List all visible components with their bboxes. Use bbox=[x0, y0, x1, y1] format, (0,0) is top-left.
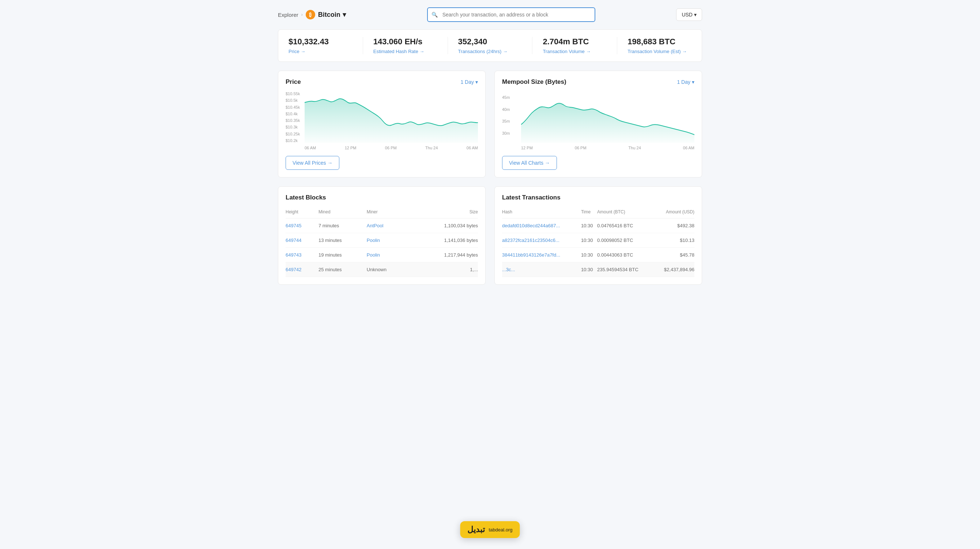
stat-tx-volume-label[interactable]: Transaction Volume → bbox=[542, 49, 607, 54]
price-chart-card: Price 1 Day ▾ $10.55k $10.5k $10.45k $10… bbox=[278, 71, 485, 177]
tx-amount-usd-0: $492.38 bbox=[653, 219, 694, 233]
tx-time-1: 10:30 bbox=[581, 233, 597, 248]
search-icon: 🔍 bbox=[431, 12, 438, 18]
latest-transactions-card: Latest Transactions Hash Time Amount (BT… bbox=[495, 186, 702, 285]
currency-dropdown-icon: ▾ bbox=[694, 12, 697, 18]
price-chart-x-labels: 06 AM 12 PM 06 PM Thu 24 06 AM bbox=[286, 146, 478, 150]
price-chart-period-btn[interactable]: 1 Day ▾ bbox=[460, 79, 478, 85]
block-height-649745[interactable]: 649745 bbox=[286, 223, 301, 228]
tx-hash-3[interactable]: ...3c... bbox=[502, 267, 515, 272]
bitcoin-dropdown-icon: ▾ bbox=[343, 11, 346, 19]
tx-hash-1[interactable]: a82372fca2161c23504c6... bbox=[502, 238, 560, 243]
breadcrumb: Explorer › ₿ Bitcoin ▾ bbox=[278, 10, 346, 19]
bitcoin-dropdown-btn[interactable]: Bitcoin ▾ bbox=[318, 11, 346, 19]
block-miner-649744[interactable]: Poolin bbox=[367, 238, 380, 243]
table-row: dedafd010d8ecd244a687... 10:30 0.0476541… bbox=[502, 219, 694, 233]
view-all-charts-btn[interactable]: View All Charts → bbox=[502, 156, 557, 170]
block-size-649743: 1,217,944 bytes bbox=[408, 248, 478, 262]
col-hash: Hash bbox=[502, 207, 581, 219]
tx-amount-btc-3: 235.94594534 BTC bbox=[597, 262, 653, 277]
mempool-chart-dropdown-icon: ▾ bbox=[692, 79, 694, 85]
mempool-chart-period-btn[interactable]: 1 Day ▾ bbox=[677, 79, 694, 85]
block-height-649742[interactable]: 649742 bbox=[286, 267, 301, 272]
block-miner-649745[interactable]: AntPool bbox=[367, 223, 383, 228]
block-height-649743[interactable]: 649743 bbox=[286, 252, 301, 258]
stat-transactions-label[interactable]: Transactions (24hrs) → bbox=[458, 49, 522, 54]
col-amount-btc: Amount (BTC) bbox=[597, 207, 653, 219]
mempool-chart-y-labels: 45m 40m 35m 30m bbox=[502, 91, 512, 143]
price-chart-dropdown-icon: ▾ bbox=[476, 79, 478, 85]
col-mined: Mined bbox=[318, 207, 367, 219]
table-row: 649745 7 minutes AntPool 1,100,034 bytes bbox=[286, 219, 478, 233]
mempool-chart-card: Mempool Size (Bytes) 1 Day ▾ 45m 40m 35m… bbox=[495, 71, 702, 177]
stat-transactions-value: 352,340 bbox=[458, 37, 522, 46]
stat-transactions: 352,340 Transactions (24hrs) → bbox=[448, 37, 533, 54]
mempool-chart-area: 45m 40m 35m 30m bbox=[502, 91, 694, 143]
mempool-chart-title: Mempool Size (Bytes) bbox=[502, 78, 566, 86]
mempool-chart-x-labels: 12 PM 06 PM Thu 24 06 AM bbox=[502, 146, 694, 150]
tx-hash-0[interactable]: dedafd010d8ecd244a687... bbox=[502, 223, 560, 228]
tx-amount-usd-3: $2,437,894.96 bbox=[653, 262, 694, 277]
latest-blocks-title: Latest Blocks bbox=[286, 194, 478, 201]
stat-tx-volume-est: 198,683 BTC Transaction Volume (Est) → bbox=[617, 37, 702, 54]
tx-amount-usd-1: $10.13 bbox=[653, 233, 694, 248]
col-amount-usd: Amount (USD) bbox=[653, 207, 694, 219]
block-mined-649742: 25 minutes bbox=[318, 262, 367, 277]
table-row: 649744 13 minutes Poolin 1,141,036 bytes bbox=[286, 233, 478, 248]
table-row: 384411bb9143126e7a7fd... 10:30 0.0044306… bbox=[502, 248, 694, 262]
charts-row: Price 1 Day ▾ $10.55k $10.5k $10.45k $10… bbox=[278, 71, 702, 177]
tx-amount-usd-2: $45.78 bbox=[653, 248, 694, 262]
stat-hashrate-label[interactable]: Estimated Hash Rate → bbox=[373, 49, 438, 54]
tx-time-3: 10:30 bbox=[581, 262, 597, 277]
stat-hashrate: 143.060 EH/s Estimated Hash Rate → bbox=[363, 37, 448, 54]
mempool-chart-period-label: 1 Day bbox=[677, 79, 690, 85]
table-row: a82372fca2161c23504c6... 10:30 0.0009805… bbox=[502, 233, 694, 248]
latest-blocks-table: Height Mined Miner Size 649745 7 minutes… bbox=[286, 207, 478, 277]
table-row: ...3c... 10:30 235.94594534 BTC $2,437,8… bbox=[502, 262, 694, 277]
currency-label: USD bbox=[682, 12, 693, 18]
col-miner: Miner bbox=[367, 207, 408, 219]
block-mined-649745: 7 minutes bbox=[318, 219, 367, 233]
stat-price-label[interactable]: Price → bbox=[288, 49, 353, 54]
stat-tx-volume-est-value: 198,683 BTC bbox=[627, 37, 692, 46]
block-mined-649744: 13 minutes bbox=[318, 233, 367, 248]
table-row: 649743 19 minutes Poolin 1,217,944 bytes bbox=[286, 248, 478, 262]
price-chart-header: Price 1 Day ▾ bbox=[286, 78, 478, 86]
tx-time-2: 10:30 bbox=[581, 248, 597, 262]
block-size-649742: 1,... bbox=[408, 262, 478, 277]
stats-bar: $10,332.43 Price → 143.060 EH/s Estimate… bbox=[278, 29, 702, 62]
header: Explorer › ₿ Bitcoin ▾ 🔍 USD ▾ bbox=[278, 7, 702, 22]
price-chart-area: $10.55k $10.5k $10.45k $10.4k $10.35k $1… bbox=[286, 91, 478, 143]
explorer-link[interactable]: Explorer bbox=[278, 12, 298, 18]
price-chart-y-labels: $10.55k $10.5k $10.45k $10.4k $10.35k $1… bbox=[286, 91, 302, 143]
stat-price: $10,332.43 Price → bbox=[278, 37, 363, 54]
currency-dropdown-btn[interactable]: USD ▾ bbox=[676, 8, 702, 21]
stat-hashrate-value: 143.060 EH/s bbox=[373, 37, 438, 46]
mempool-chart-svg bbox=[521, 91, 694, 143]
latest-transactions-title: Latest Transactions bbox=[502, 194, 694, 201]
stat-price-value: $10,332.43 bbox=[288, 37, 353, 46]
col-size: Size bbox=[408, 207, 478, 219]
stat-tx-volume-value: 2.704m BTC bbox=[542, 37, 607, 46]
col-time: Time bbox=[581, 207, 597, 219]
stat-tx-volume: 2.704m BTC Transaction Volume → bbox=[532, 37, 617, 54]
bitcoin-logo: ₿ bbox=[306, 10, 315, 19]
stat-tx-volume-est-label[interactable]: Transaction Volume (Est) → bbox=[627, 49, 692, 54]
view-all-prices-btn[interactable]: View All Prices → bbox=[286, 156, 339, 170]
block-miner-649743[interactable]: Poolin bbox=[367, 252, 380, 258]
mempool-chart-header: Mempool Size (Bytes) 1 Day ▾ bbox=[502, 78, 694, 86]
block-height-649744[interactable]: 649744 bbox=[286, 238, 301, 243]
block-miner-649742: Unknown bbox=[367, 262, 408, 277]
price-chart-svg bbox=[305, 91, 478, 143]
block-size-649744: 1,141,036 bytes bbox=[408, 233, 478, 248]
block-size-649745: 1,100,034 bytes bbox=[408, 219, 478, 233]
tx-amount-btc-2: 0.00443063 BTC bbox=[597, 248, 653, 262]
bottom-row: Latest Blocks Height Mined Miner Size 64… bbox=[278, 186, 702, 285]
bitcoin-label: Bitcoin bbox=[318, 11, 340, 19]
tx-hash-2[interactable]: 384411bb9143126e7a7fd... bbox=[502, 252, 560, 258]
latest-blocks-card: Latest Blocks Height Mined Miner Size 64… bbox=[278, 186, 485, 285]
tx-amount-btc-0: 0.04765416 BTC bbox=[597, 219, 653, 233]
table-row: 649742 25 minutes Unknown 1,... bbox=[286, 262, 478, 277]
search-input[interactable] bbox=[427, 7, 595, 22]
search-container: 🔍 bbox=[427, 7, 595, 22]
